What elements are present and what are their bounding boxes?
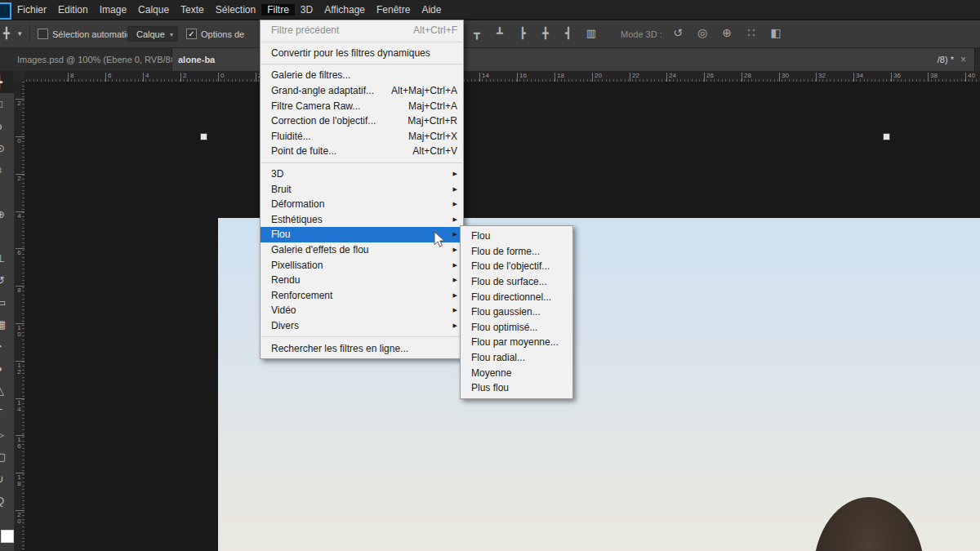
blur-submenu-item[interactable]: Flou de forme... xyxy=(461,244,572,260)
align-left-edges-icon[interactable]: ┣ xyxy=(513,27,532,39)
align-top-edges-icon[interactable]: ┳ xyxy=(467,27,487,39)
brush-tool[interactable]: / xyxy=(0,225,14,247)
man-head xyxy=(813,497,924,551)
show-transform-checkbox[interactable]: ✓ xyxy=(186,29,197,39)
blur-submenu-item[interactable]: Flou xyxy=(461,229,572,244)
menubar-item[interactable]: Fenêtre xyxy=(371,4,416,16)
document-tab-bar: Images.psd @ 100% (Ebene 0, RVB/8#) *× a… xyxy=(0,48,980,71)
filter-menu-item[interactable]: Vidéo ▶ xyxy=(261,303,463,318)
crop-tool[interactable]: ⌗ xyxy=(0,159,14,181)
move-tool[interactable]: ╋ xyxy=(0,71,14,93)
foreground-color-swatch[interactable] xyxy=(1,530,14,543)
submenu-arrow-icon: ▶ xyxy=(453,292,457,299)
filter-menu-item[interactable]: Grand-angle adaptatif... Alt+Maj+Ctrl+A … xyxy=(261,83,463,99)
menubar-item[interactable]: 3D xyxy=(295,4,318,16)
close-tab-icon[interactable]: × xyxy=(960,54,966,65)
3d-pan-icon[interactable]: ⊕ xyxy=(715,26,739,39)
dodge-tool[interactable]: ◑ xyxy=(0,358,14,380)
path-selection-tool[interactable]: ▷ xyxy=(0,424,14,446)
filter-menu-item[interactable]: Convertir pour les filtres dynamiques ▶ xyxy=(261,46,463,61)
3d-orbit-icon[interactable]: ↺ xyxy=(666,26,690,39)
eraser-tool[interactable]: ▭ xyxy=(0,291,14,313)
photoshop-logo-icon xyxy=(0,2,11,20)
document-tab-images[interactable]: Images.psd @ 100% (Ebene 0, RVB/8#) *× xyxy=(0,48,172,71)
show-transform-label: Options de xyxy=(201,29,244,39)
ruler-minor-ticks xyxy=(15,79,980,82)
divider xyxy=(29,24,30,43)
3d-slide-icon[interactable]: ∷ xyxy=(739,26,764,39)
filter-menu-item[interactable]: Déformation ▶ xyxy=(261,197,463,212)
align-bottom-edges-icon[interactable]: ┻ xyxy=(490,27,510,39)
submenu-arrow-icon: ▶ xyxy=(453,262,457,269)
move-tool-icon: ╋ xyxy=(3,27,10,39)
submenu-arrow-icon: ▶ xyxy=(453,201,457,207)
menubar-item[interactable]: Fichier xyxy=(11,4,52,16)
pen-tool[interactable]: △ xyxy=(0,380,14,402)
filter-menu-item[interactable]: Point de fuite... Alt+Ctrl+V ▶ xyxy=(261,144,463,159)
align-right-edges-icon[interactable]: ┫ xyxy=(559,27,578,39)
filter-menu-item[interactable]: Renforcement ▶ xyxy=(261,288,463,304)
filter-menu-item[interactable]: Galerie de filtres... ▶ xyxy=(261,68,463,83)
filter-menu-item[interactable]: Esthétiques ▶ xyxy=(261,212,463,228)
zoom-tool[interactable]: Q xyxy=(0,490,14,512)
blur-submenu-item[interactable]: Plus flou xyxy=(461,380,572,396)
menubar-item[interactable]: Filtre xyxy=(261,4,295,16)
blur-submenu-item[interactable]: Flou par moyenne... xyxy=(461,335,572,350)
clone-stamp-tool[interactable]: ⊥ xyxy=(0,247,14,269)
3d-roll-icon[interactable]: ◎ xyxy=(690,26,715,39)
blur-submenu-item[interactable]: Flou de surface... xyxy=(461,274,572,290)
transform-handle[interactable] xyxy=(883,133,890,140)
gradient-tool[interactable]: ▦ xyxy=(0,313,14,335)
filter-menu-item[interactable]: Rechercher les filtres en ligne... ▶ xyxy=(261,340,463,356)
filter-menu-item[interactable]: Pixellisation ▶ xyxy=(261,257,463,273)
marquee-tool[interactable]: □ xyxy=(0,93,14,115)
menubar-item[interactable]: Aide xyxy=(416,4,447,16)
vertical-ruler[interactable]: 202468101214161820 xyxy=(15,82,25,551)
tools-panel: ╋□ρ⊙⌗∕⊕/⊥↺▭▦◔◑△T▷▢∪Q xyxy=(0,71,15,551)
filter-menu-item[interactable]: Correction de l'objectif... Maj+Ctrl+R ▶ xyxy=(261,113,463,129)
3d-camera-icon[interactable]: ◧ xyxy=(764,26,788,39)
healing-brush-tool[interactable]: ⊕ xyxy=(0,203,14,225)
filter-menu-item[interactable]: Divers ▶ xyxy=(261,318,463,334)
hand-tool[interactable]: ∪ xyxy=(0,468,14,490)
filter-menu-item[interactable]: Galerie d'effets de flou ▶ xyxy=(261,242,463,258)
blur-submenu-item[interactable]: Flou gaussien... xyxy=(461,304,572,320)
auto-select-checkbox[interactable] xyxy=(38,29,48,39)
auto-select-target-dropdown[interactable]: Calque ▾ xyxy=(127,26,178,42)
menubar-item[interactable]: Affichage xyxy=(318,4,371,16)
filter-menu-item[interactable]: Bruit ▶ xyxy=(261,181,463,197)
blur-submenu-item[interactable]: Flou radial... xyxy=(461,350,572,366)
distribute-icon[interactable]: ▥ xyxy=(581,27,601,39)
shape-tool[interactable]: ▢ xyxy=(0,446,14,468)
menubar-item[interactable]: Image xyxy=(94,4,132,16)
filter-menu-item[interactable]: Filtre précédent Alt+Ctrl+F ▶ xyxy=(261,23,463,38)
chevron-down-icon[interactable]: ▾ xyxy=(18,29,22,38)
blur-submenu-item[interactable]: Moyenne xyxy=(461,365,572,380)
menubar-item[interactable]: Sélection xyxy=(210,4,261,16)
submenu-arrow-icon: ▶ xyxy=(453,277,457,283)
lasso-tool[interactable]: ρ xyxy=(0,115,14,137)
filter-menu-item[interactable]: Flou ▶ xyxy=(261,227,463,242)
filter-menu-item[interactable]: Rendu ▶ xyxy=(261,273,463,288)
blur-tool[interactable]: ◔ xyxy=(0,335,14,358)
eyedropper-tool[interactable]: ∕ xyxy=(0,181,14,203)
menubar-item[interactable]: Calque xyxy=(132,4,175,16)
blur-submenu-item[interactable]: Flou de l'objectif... xyxy=(461,259,572,274)
align-horizontal-centers-icon[interactable]: ╋ xyxy=(536,27,555,39)
menubar-item[interactable]: Texte xyxy=(175,4,210,16)
filter-menu-item[interactable]: Filtre Camera Raw... Maj+Ctrl+A ▶ xyxy=(261,98,463,113)
quick-selection-tool[interactable]: ⊙ xyxy=(0,137,14,159)
history-brush-tool[interactable]: ↺ xyxy=(0,269,14,291)
transform-handle[interactable] xyxy=(200,133,207,140)
filter-menu-item[interactable]: 3D ▶ xyxy=(261,167,463,182)
ruler-corner xyxy=(15,71,24,82)
menubar-item[interactable]: Edition xyxy=(52,4,94,16)
blur-submenu-item[interactable]: Flou directionnel... xyxy=(461,289,572,304)
filter-menu-item[interactable]: Fluidité... Maj+Ctrl+X ▶ xyxy=(261,129,463,144)
blur-submenu-item[interactable]: Flou optimisé... xyxy=(461,320,572,335)
horizontal-ruler[interactable]: 8642024681012141618202224262830323436384… xyxy=(15,71,980,82)
type-tool[interactable]: T xyxy=(0,402,14,424)
tab-title-end: /8) * xyxy=(938,55,954,64)
filter-menu-item: ▶ xyxy=(261,42,462,42)
submenu-arrow-icon: ▶ xyxy=(453,171,457,177)
